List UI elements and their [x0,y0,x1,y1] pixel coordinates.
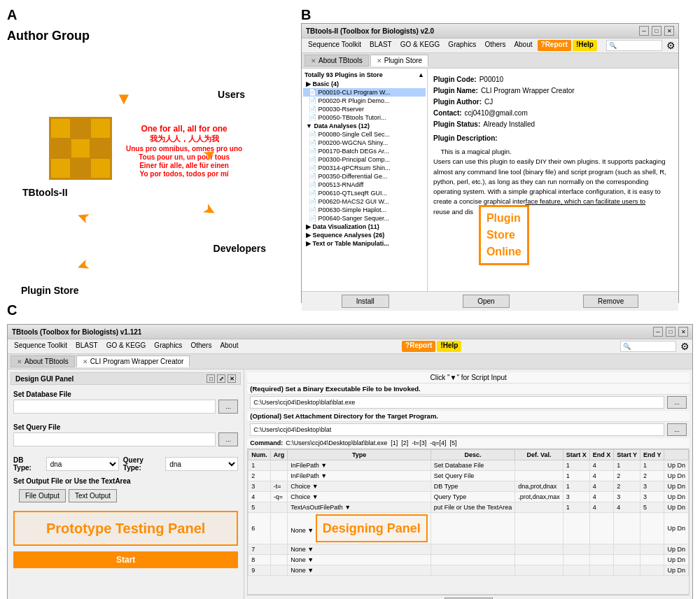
required-input[interactable] [250,396,664,409]
tree-item-p00010[interactable]: 📄 P00010-CLI Program W... [303,88,426,97]
required-browse-btn[interactable]: ... [667,396,687,409]
type-dropdown-6[interactable]: ▼ [307,527,314,534]
tree-item-p00513[interactable]: 📄 P00513-RNAdiff [303,181,426,189]
tree-item-p00350[interactable]: 📄 P00350-Differential Ge... [303,172,426,181]
tab-close-plugin-b[interactable]: ✕ [377,57,382,64]
close-btn-b[interactable]: ✕ [664,26,674,36]
type-dropdown-5[interactable]: ▼ [344,504,351,511]
menu-about-c[interactable]: About [216,341,241,352]
tree-item-p00020[interactable]: 📄 P00020-R Plugin Demo... [303,97,426,105]
tree-item-p00620[interactable]: 📄 P00620-MACS2 GUI W... [303,197,426,206]
menu-blast-c[interactable]: BLAST [72,341,102,352]
type-dropdown-3[interactable]: ▼ [312,483,318,490]
menu-others-c[interactable]: Others [187,341,215,352]
settings-icon-b[interactable]: ⚙ [666,40,676,51]
tree-group-data-analyses[interactable]: ▼ Data Analyses (12) [303,122,426,130]
start-btn[interactable]: Start [13,551,238,568]
tab-close-about-b[interactable]: ✕ [311,57,316,64]
type-dropdown-8[interactable]: ▼ [307,556,314,563]
dn-btn-2[interactable]: Dn [677,472,685,479]
menu-help-b[interactable]: !Help [573,40,597,51]
up-btn-6[interactable]: Up [667,525,676,532]
menu-graphics-c[interactable]: Graphics [150,341,186,352]
tree-item-p00630[interactable]: 📄 P00630-Simple Haplot... [303,206,426,214]
menu-search-c[interactable] [620,341,676,352]
design-icon-3[interactable]: ✕ [227,374,236,383]
menu-sequence-toolkit-c[interactable]: Sequence Toolkit [10,341,71,352]
query-file-input[interactable] [13,432,216,446]
type-dropdown-7[interactable]: ▼ [307,546,314,553]
dn-btn-8[interactable]: Dn [677,556,685,563]
type-dropdown-4[interactable]: ▼ [312,493,318,500]
menu-report-b[interactable]: ?Report [538,40,571,51]
menu-help-c[interactable]: !Help [437,341,461,352]
type-dropdown-9[interactable]: ▼ [307,567,314,574]
tree-item-p00200[interactable]: 📄 P00200-WGCNA Shiny... [303,139,426,147]
menu-about-b[interactable]: About [510,40,536,51]
type-dropdown-2[interactable]: ▼ [321,472,327,479]
tree-group-text-table[interactable]: ▶ Text or Table Manipulati... [303,239,426,248]
menu-go-kegg-c[interactable]: GO & KEGG [103,341,150,352]
menu-report-c[interactable]: ?Report [402,341,435,352]
dn-btn-6[interactable]: Dn [677,525,685,532]
up-btn-7[interactable]: Up [667,546,676,553]
db-type-select[interactable]: dna [46,457,119,471]
menu-sequence-toolkit-b[interactable]: Sequence Toolkit [304,40,365,51]
query-type-select[interactable]: dna [165,457,238,471]
tree-collapse-icon[interactable]: ▲ [418,71,424,78]
tab-cli-wrapper-c[interactable]: ✕ CLI Program Wrapper Creator [76,355,190,367]
tree-item-p00050[interactable]: 📄 P00050-TBtools Tutori... [303,113,426,122]
tree-item-p00030[interactable]: 📄 P00030-Rserver [303,105,426,113]
up-btn-4[interactable]: Up [667,493,676,500]
dn-btn-1[interactable]: Dn [677,462,685,469]
tab-about-tbtools-c[interactable]: ✕ About TBtools [10,355,75,367]
up-btn-8[interactable]: Up [667,556,676,563]
close-btn-c[interactable]: ✕ [678,327,688,337]
tab-plugin-store-b[interactable]: ✕ Plugin Store [370,55,428,66]
tab-about-tbtools-b[interactable]: ✕ About TBtools [304,55,369,66]
up-btn-2[interactable]: Up [667,472,676,479]
maximize-btn-b[interactable]: □ [652,26,662,36]
minimize-btn-b[interactable]: ─ [639,26,649,36]
type-dropdown-1[interactable]: ▼ [321,462,327,469]
dn-btn-9[interactable]: Dn [677,567,685,574]
db-file-input[interactable] [13,400,216,414]
up-btn-5[interactable]: Up [667,504,676,511]
menu-go-kegg-b[interactable]: GO & KEGG [397,40,444,51]
optional-browse-btn[interactable]: ... [667,423,687,436]
optional-input[interactable] [250,423,664,436]
design-icon-1[interactable]: □ [206,374,215,383]
tree-group-data-viz[interactable]: ▶ Data Visualization (11) [303,223,426,231]
query-file-browse-btn[interactable]: ... [218,432,238,446]
menu-search-b[interactable] [606,40,662,51]
up-btn-1[interactable]: Up [667,462,676,469]
minimize-btn-c[interactable]: ─ [653,327,663,337]
db-file-browse-btn[interactable]: ... [218,400,238,414]
dn-btn-5[interactable]: Dn [677,504,685,511]
dn-btn-3[interactable]: Dn [677,483,685,490]
tree-item-p00300[interactable]: 📄 P00300-Principal Comp... [303,155,426,164]
tree-group-seq-analyses[interactable]: ▶ Sequence Analyses (26) [303,231,426,239]
install-btn-b[interactable]: Install [342,295,389,308]
settings-icon-c[interactable]: ⚙ [680,341,690,352]
up-btn-3[interactable]: Up [667,483,676,490]
dn-btn-7[interactable]: Dn [677,546,685,553]
menu-others-b[interactable]: Others [481,40,509,51]
tab-close-about-c[interactable]: ✕ [17,358,22,365]
maximize-btn-c[interactable]: □ [666,327,676,337]
menu-blast-b[interactable]: BLAST [366,40,396,51]
file-output-btn[interactable]: File Output [19,489,66,502]
text-output-btn[interactable]: Text Output [69,489,117,502]
design-icon-2[interactable]: ⤢ [217,374,225,383]
tree-item-p00080[interactable]: 📄 P00080-Single Cell Sec... [303,130,426,139]
tree-group-basic[interactable]: ▶ Basic (4) [303,80,426,88]
open-btn-b[interactable]: Open [463,295,509,308]
tab-close-cli-c[interactable]: ✕ [83,358,88,365]
tree-item-p00610[interactable]: 📄 P00610-QTLseqR GUI... [303,189,426,197]
remove-btn-b[interactable]: Remove [583,295,638,308]
tree-item-p00640[interactable]: 📄 P00640-Sanger Sequer... [303,214,426,223]
up-btn-9[interactable]: Up [667,567,676,574]
dn-btn-4[interactable]: Dn [677,493,685,500]
tree-item-p00170[interactable]: 📄 P00170-Batch DEGs Ar... [303,147,426,155]
menu-graphics-b[interactable]: Graphics [444,40,479,51]
